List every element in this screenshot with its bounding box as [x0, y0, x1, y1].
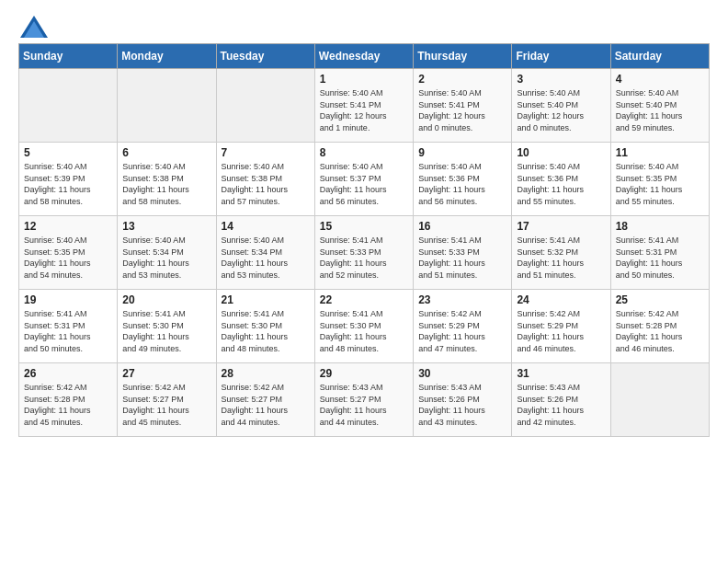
calendar-cell: 27Sunrise: 5:42 AM Sunset: 5:27 PM Dayli…	[118, 363, 216, 437]
day-number: 23	[418, 293, 506, 306]
calendar-cell: 11Sunrise: 5:40 AM Sunset: 5:35 PM Dayli…	[610, 143, 709, 216]
calendar-cell: 28Sunrise: 5:42 AM Sunset: 5:27 PM Dayli…	[216, 363, 314, 437]
calendar-cell: 6Sunrise: 5:40 AM Sunset: 5:38 PM Daylig…	[118, 143, 216, 216]
day-info: Sunrise: 5:40 AM Sunset: 5:36 PM Dayligh…	[517, 161, 605, 207]
day-info: Sunrise: 5:42 AM Sunset: 5:27 PM Dayligh…	[122, 382, 210, 428]
day-info: Sunrise: 5:41 AM Sunset: 5:30 PM Dayligh…	[222, 308, 310, 354]
calendar-cell: 4Sunrise: 5:40 AM Sunset: 5:40 PM Daylig…	[610, 69, 709, 143]
day-info: Sunrise: 5:43 AM Sunset: 5:27 PM Dayligh…	[320, 382, 408, 428]
calendar-cell: 26Sunrise: 5:42 AM Sunset: 5:28 PM Dayli…	[19, 363, 118, 437]
day-info: Sunrise: 5:40 AM Sunset: 5:34 PM Dayligh…	[122, 235, 210, 281]
day-info: Sunrise: 5:40 AM Sunset: 5:36 PM Dayligh…	[418, 161, 506, 207]
day-info: Sunrise: 5:40 AM Sunset: 5:38 PM Dayligh…	[122, 161, 210, 207]
day-info: Sunrise: 5:40 AM Sunset: 5:41 PM Dayligh…	[320, 87, 408, 133]
calendar-cell: 20Sunrise: 5:41 AM Sunset: 5:30 PM Dayli…	[118, 290, 216, 363]
day-info: Sunrise: 5:40 AM Sunset: 5:38 PM Dayligh…	[222, 161, 310, 207]
calendar-cell	[118, 69, 216, 143]
calendar-cell: 12Sunrise: 5:40 AM Sunset: 5:35 PM Dayli…	[19, 216, 118, 290]
day-info: Sunrise: 5:43 AM Sunset: 5:26 PM Dayligh…	[418, 382, 506, 428]
day-number: 13	[122, 220, 210, 233]
day-header-wednesday: Wednesday	[314, 44, 413, 69]
day-number: 31	[517, 367, 605, 380]
day-number: 16	[418, 220, 506, 233]
day-number: 25	[616, 293, 704, 306]
calendar-week-row: 26Sunrise: 5:42 AM Sunset: 5:28 PM Dayli…	[19, 363, 710, 437]
calendar-table: SundayMondayTuesdayWednesdayThursdayFrid…	[18, 43, 710, 437]
day-number: 21	[222, 293, 310, 306]
day-info: Sunrise: 5:42 AM Sunset: 5:29 PM Dayligh…	[517, 308, 605, 354]
day-number: 20	[122, 293, 210, 306]
calendar-cell: 31Sunrise: 5:43 AM Sunset: 5:26 PM Dayli…	[512, 363, 610, 437]
day-number: 1	[320, 73, 408, 86]
calendar-cell: 30Sunrise: 5:43 AM Sunset: 5:26 PM Dayli…	[414, 363, 512, 437]
day-number: 17	[517, 220, 605, 233]
day-header-thursday: Thursday	[414, 44, 512, 69]
day-header-tuesday: Tuesday	[216, 44, 314, 69]
day-number: 3	[517, 73, 605, 86]
day-number: 30	[418, 367, 506, 380]
day-number: 5	[24, 146, 112, 159]
day-number: 26	[24, 367, 112, 380]
day-number: 15	[320, 220, 408, 233]
calendar-cell: 23Sunrise: 5:42 AM Sunset: 5:29 PM Dayli…	[414, 290, 512, 363]
day-header-monday: Monday	[118, 44, 216, 69]
day-info: Sunrise: 5:41 AM Sunset: 5:33 PM Dayligh…	[418, 235, 506, 281]
calendar-cell: 10Sunrise: 5:40 AM Sunset: 5:36 PM Dayli…	[512, 143, 610, 216]
day-info: Sunrise: 5:41 AM Sunset: 5:33 PM Dayligh…	[320, 235, 408, 281]
day-number: 19	[24, 293, 112, 306]
calendar-cell	[19, 69, 118, 143]
calendar-cell: 7Sunrise: 5:40 AM Sunset: 5:38 PM Daylig…	[216, 143, 314, 216]
day-info: Sunrise: 5:42 AM Sunset: 5:28 PM Dayligh…	[616, 308, 704, 354]
calendar-week-row: 12Sunrise: 5:40 AM Sunset: 5:35 PM Dayli…	[19, 216, 710, 290]
day-info: Sunrise: 5:40 AM Sunset: 5:41 PM Dayligh…	[418, 87, 506, 133]
day-number: 18	[616, 220, 704, 233]
day-number: 6	[122, 146, 210, 159]
day-info: Sunrise: 5:40 AM Sunset: 5:37 PM Dayligh…	[320, 161, 408, 207]
day-header-friday: Friday	[512, 44, 610, 69]
day-info: Sunrise: 5:40 AM Sunset: 5:39 PM Dayligh…	[24, 161, 112, 207]
day-number: 4	[616, 73, 704, 86]
day-info: Sunrise: 5:42 AM Sunset: 5:29 PM Dayligh…	[418, 308, 506, 354]
calendar-cell: 19Sunrise: 5:41 AM Sunset: 5:31 PM Dayli…	[19, 290, 118, 363]
calendar-cell: 2Sunrise: 5:40 AM Sunset: 5:41 PM Daylig…	[414, 69, 512, 143]
day-info: Sunrise: 5:40 AM Sunset: 5:40 PM Dayligh…	[616, 87, 704, 133]
calendar-cell	[610, 363, 709, 437]
header	[18, 14, 710, 36]
day-info: Sunrise: 5:41 AM Sunset: 5:31 PM Dayligh…	[24, 308, 112, 354]
day-info: Sunrise: 5:41 AM Sunset: 5:32 PM Dayligh…	[517, 235, 605, 281]
day-number: 22	[320, 293, 408, 306]
calendar-cell: 24Sunrise: 5:42 AM Sunset: 5:29 PM Dayli…	[512, 290, 610, 363]
day-number: 28	[222, 367, 310, 380]
calendar-cell: 8Sunrise: 5:40 AM Sunset: 5:37 PM Daylig…	[314, 143, 413, 216]
logo-icon	[18, 14, 46, 36]
calendar-cell: 9Sunrise: 5:40 AM Sunset: 5:36 PM Daylig…	[414, 143, 512, 216]
calendar-cell: 21Sunrise: 5:41 AM Sunset: 5:30 PM Dayli…	[216, 290, 314, 363]
page-container: SundayMondayTuesdayWednesdayThursdayFrid…	[0, 0, 728, 446]
day-info: Sunrise: 5:41 AM Sunset: 5:31 PM Dayligh…	[616, 235, 704, 281]
calendar-cell: 3Sunrise: 5:40 AM Sunset: 5:40 PM Daylig…	[512, 69, 610, 143]
day-header-saturday: Saturday	[610, 44, 709, 69]
calendar-cell: 25Sunrise: 5:42 AM Sunset: 5:28 PM Dayli…	[610, 290, 709, 363]
calendar-week-row: 1Sunrise: 5:40 AM Sunset: 5:41 PM Daylig…	[19, 69, 710, 143]
day-number: 12	[24, 220, 112, 233]
day-number: 14	[222, 220, 310, 233]
day-number: 24	[517, 293, 605, 306]
calendar-cell: 29Sunrise: 5:43 AM Sunset: 5:27 PM Dayli…	[314, 363, 413, 437]
day-number: 27	[122, 367, 210, 380]
day-info: Sunrise: 5:40 AM Sunset: 5:34 PM Dayligh…	[222, 235, 310, 281]
calendar-cell: 13Sunrise: 5:40 AM Sunset: 5:34 PM Dayli…	[118, 216, 216, 290]
day-number: 9	[418, 146, 506, 159]
day-number: 29	[320, 367, 408, 380]
day-number: 8	[320, 146, 408, 159]
day-number: 7	[222, 146, 310, 159]
day-info: Sunrise: 5:40 AM Sunset: 5:40 PM Dayligh…	[517, 87, 605, 133]
calendar-cell: 5Sunrise: 5:40 AM Sunset: 5:39 PM Daylig…	[19, 143, 118, 216]
day-info: Sunrise: 5:42 AM Sunset: 5:28 PM Dayligh…	[24, 382, 112, 428]
day-info: Sunrise: 5:42 AM Sunset: 5:27 PM Dayligh…	[222, 382, 310, 428]
calendar-cell: 22Sunrise: 5:41 AM Sunset: 5:30 PM Dayli…	[314, 290, 413, 363]
calendar-cell: 15Sunrise: 5:41 AM Sunset: 5:33 PM Dayli…	[314, 216, 413, 290]
logo	[18, 14, 50, 36]
day-info: Sunrise: 5:41 AM Sunset: 5:30 PM Dayligh…	[320, 308, 408, 354]
calendar-week-row: 5Sunrise: 5:40 AM Sunset: 5:39 PM Daylig…	[19, 143, 710, 216]
day-info: Sunrise: 5:43 AM Sunset: 5:26 PM Dayligh…	[517, 382, 605, 428]
